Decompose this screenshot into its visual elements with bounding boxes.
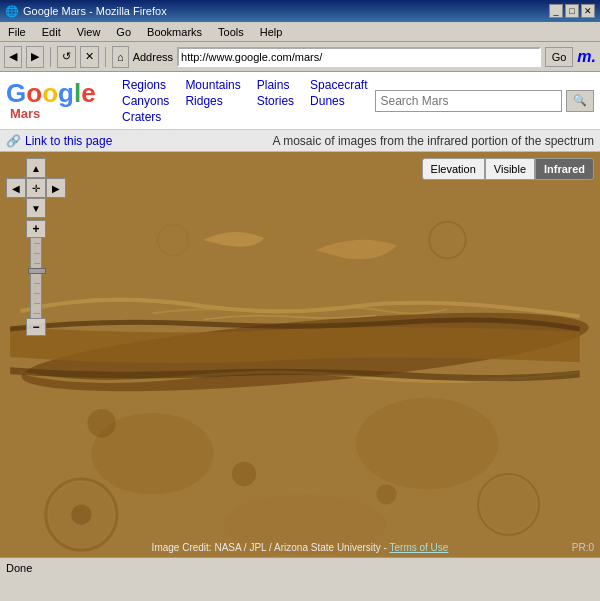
home-button[interactable]: ⌂ bbox=[112, 46, 129, 68]
close-button[interactable]: ✕ bbox=[581, 4, 595, 18]
info-message: A mosaic of images from the infrared por… bbox=[273, 134, 594, 148]
search-input[interactable] bbox=[375, 90, 562, 112]
search-button[interactable]: 🔍 bbox=[566, 90, 594, 112]
menu-help[interactable]: Help bbox=[256, 25, 287, 39]
pan-up-button[interactable]: ▲ bbox=[26, 158, 46, 178]
svg-point-14 bbox=[232, 462, 256, 486]
nav-bot-row: ▼ bbox=[6, 198, 66, 218]
pan-center-button[interactable]: ✛ bbox=[26, 178, 46, 198]
nav-craters[interactable]: Craters bbox=[122, 110, 169, 124]
zoom-marks bbox=[31, 238, 41, 318]
browser-icon: 🌐 bbox=[5, 5, 19, 18]
nav-stories[interactable]: Stories bbox=[257, 94, 294, 108]
image-credits: Image Credit: NASA / JPL / Arizona State… bbox=[152, 542, 449, 553]
m-icon: m. bbox=[577, 48, 596, 66]
pan-down-button[interactable]: ▼ bbox=[26, 198, 46, 218]
navigation-controls: ▲ ◀ ✛ ▶ ▼ + bbox=[6, 158, 66, 336]
menu-edit[interactable]: Edit bbox=[38, 25, 65, 39]
visible-button[interactable]: Visible bbox=[485, 158, 535, 180]
logo-e: e bbox=[81, 78, 95, 108]
nav-links: Regions Mountains Plains Spacecraft Cany… bbox=[122, 76, 367, 125]
svg-point-15 bbox=[376, 484, 396, 504]
logo-g: G bbox=[6, 78, 26, 108]
nav-plains[interactable]: Plains bbox=[257, 78, 294, 92]
nav-bar: Google Mars Regions Mountains Plains Spa… bbox=[0, 72, 600, 130]
logo-o1: o bbox=[26, 78, 42, 108]
google-logo: Google bbox=[6, 80, 96, 106]
address-label: Address bbox=[133, 51, 173, 63]
title-bar: 🌐 Google Mars - Mozilla Firefox _ □ ✕ bbox=[0, 0, 600, 22]
zoom-track bbox=[30, 238, 42, 318]
back-button[interactable]: ◀ bbox=[4, 46, 22, 68]
zoom-mark bbox=[34, 293, 40, 294]
svg-point-4 bbox=[71, 505, 91, 525]
map-container[interactable]: Elevation Visible Infrared ▲ ◀ ✛ ▶ ▼ + bbox=[0, 152, 600, 557]
zoom-mark bbox=[34, 263, 40, 264]
nav-top-row: ▲ bbox=[6, 158, 66, 178]
link-icon: 🔗 bbox=[6, 134, 21, 148]
elevation-button[interactable]: Elevation bbox=[422, 158, 485, 180]
zoom-out-button[interactable]: − bbox=[26, 318, 46, 336]
pan-left-button[interactable]: ◀ bbox=[6, 178, 26, 198]
svg-point-7 bbox=[481, 477, 536, 532]
zoom-mark bbox=[34, 253, 40, 254]
menu-tools[interactable]: Tools bbox=[214, 25, 248, 39]
title-bar-icons[interactable]: _ □ ✕ bbox=[549, 4, 595, 18]
zoom-mark bbox=[34, 243, 40, 244]
nav-canyons[interactable]: Canyons bbox=[122, 94, 169, 108]
toolbar-separator bbox=[50, 47, 51, 67]
maximize-button[interactable]: □ bbox=[565, 4, 579, 18]
status-bar: Done bbox=[0, 557, 600, 577]
logo-area: Google Mars bbox=[6, 76, 106, 125]
svg-point-12 bbox=[356, 398, 498, 490]
svg-point-16 bbox=[87, 409, 115, 437]
zoom-mark bbox=[34, 313, 40, 314]
title-bar-left: 🌐 Google Mars - Mozilla Firefox bbox=[5, 5, 167, 18]
zoom-thumb[interactable] bbox=[28, 268, 46, 274]
toolbar-separator-2 bbox=[105, 47, 106, 67]
menu-view[interactable]: View bbox=[73, 25, 105, 39]
menu-bookmarks[interactable]: Bookmarks bbox=[143, 25, 206, 39]
menu-go[interactable]: Go bbox=[112, 25, 135, 39]
status-text: Done bbox=[6, 562, 32, 574]
logo-g2: g bbox=[58, 78, 74, 108]
link-to-page[interactable]: Link to this page bbox=[25, 134, 112, 148]
forward-button[interactable]: ▶ bbox=[26, 46, 44, 68]
menu-file[interactable]: File bbox=[4, 25, 30, 39]
pr-indicator: PR:0 bbox=[572, 542, 594, 553]
map-buttons: Elevation Visible Infrared bbox=[422, 158, 594, 180]
refresh-button[interactable]: ↺ bbox=[57, 46, 76, 68]
address-input[interactable] bbox=[177, 47, 541, 67]
link-area: 🔗 Link to this page bbox=[6, 134, 112, 148]
mars-terrain bbox=[0, 152, 600, 557]
nav-ridges[interactable]: Ridges bbox=[185, 94, 240, 108]
infrared-button[interactable]: Infrared bbox=[535, 158, 594, 180]
nav-spacecraft[interactable]: Spacecraft bbox=[310, 78, 367, 92]
minimize-button[interactable]: _ bbox=[549, 4, 563, 18]
nav-mid-row: ◀ ✛ ▶ bbox=[6, 178, 66, 198]
zoom-in-button[interactable]: + bbox=[26, 220, 46, 238]
toolbar: ◀ ▶ ↺ ✕ ⌂ Address Go m. bbox=[0, 42, 600, 72]
search-area: 🔍 bbox=[375, 76, 594, 125]
stop-button[interactable]: ✕ bbox=[80, 46, 99, 68]
mars-label: Mars bbox=[10, 106, 40, 121]
credits-text: Image Credit: NASA / JPL / Arizona State… bbox=[152, 542, 387, 553]
nav-regions[interactable]: Regions bbox=[122, 78, 169, 92]
address-bar: Address Go bbox=[133, 47, 574, 67]
menu-bar: File Edit View Go Bookmarks Tools Help bbox=[0, 22, 600, 42]
zoom-mark bbox=[34, 283, 40, 284]
zoom-slider-container: + − bbox=[26, 220, 46, 336]
info-bar: 🔗 Link to this page A mosaic of images f… bbox=[0, 130, 600, 152]
nav-mountains[interactable]: Mountains bbox=[185, 78, 240, 92]
pan-right-button[interactable]: ▶ bbox=[46, 178, 66, 198]
logo-o2: o bbox=[42, 78, 58, 108]
window-title: Google Mars - Mozilla Firefox bbox=[23, 5, 167, 17]
terms-of-use-link[interactable]: Terms of Use bbox=[389, 542, 448, 553]
zoom-mark bbox=[34, 303, 40, 304]
go-button[interactable]: Go bbox=[545, 47, 574, 67]
nav-dunes[interactable]: Dunes bbox=[310, 94, 367, 108]
